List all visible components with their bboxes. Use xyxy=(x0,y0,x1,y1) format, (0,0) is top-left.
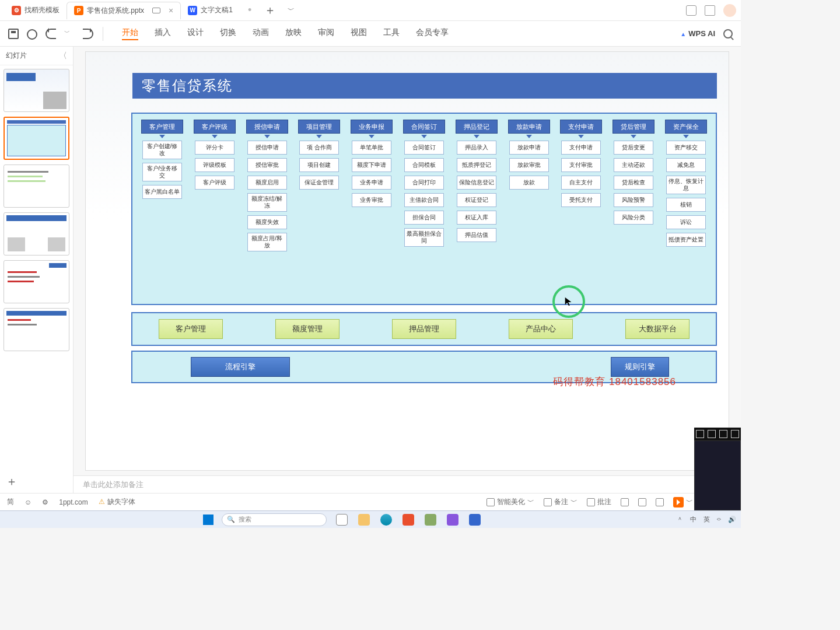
cell: 支付审批 xyxy=(561,158,601,172)
slide-panel: 幻灯片 〈 ＋ xyxy=(0,47,74,493)
avatar[interactable] xyxy=(723,4,736,17)
column-header: 支付申请 xyxy=(560,120,602,134)
cell: 单笔单批 xyxy=(352,141,391,155)
arrow-icon xyxy=(264,135,270,138)
notes-button[interactable]: 备注 ﹀ xyxy=(544,497,578,507)
add-slide-button[interactable]: ＋ xyxy=(0,470,73,493)
edge-icon[interactable] xyxy=(380,514,392,526)
tab-doc[interactable]: W 文字文稿1 • xyxy=(181,2,258,19)
thumbnail[interactable] xyxy=(4,212,69,256)
wps-icon[interactable] xyxy=(402,514,414,526)
cell: 自主支付 xyxy=(561,176,601,190)
column-header: 客户管理 xyxy=(141,120,183,134)
row2: 客户管理额度管理押品管理产品中心大数据平台 xyxy=(131,312,717,346)
cell: 额度占用/释放 xyxy=(247,233,287,251)
cell: 业务申请 xyxy=(352,176,391,190)
arrow-icon xyxy=(316,135,322,138)
column-header: 业务申报 xyxy=(351,120,393,134)
sound-icon[interactable]: 🔊 xyxy=(728,516,736,523)
blue-button: 规则引擎 xyxy=(611,357,669,377)
tray-chevron-icon[interactable]: ＾ xyxy=(677,515,683,524)
explorer-icon[interactable] xyxy=(358,514,370,526)
webcam-controls[interactable] xyxy=(694,428,741,440)
thumbnail[interactable] xyxy=(4,69,69,112)
menu-transition[interactable]: 切换 xyxy=(220,27,236,40)
tab-pptx[interactable]: P 零售信贷系统.pptx × xyxy=(66,2,181,19)
cube-icon[interactable] xyxy=(705,5,715,16)
arrow-icon xyxy=(683,135,689,138)
menu-design[interactable]: 设计 xyxy=(187,27,204,40)
collapse-icon[interactable]: 〈 xyxy=(59,51,67,61)
gear-icon[interactable]: ⚙ xyxy=(42,498,48,506)
close-icon[interactable]: × xyxy=(169,6,173,15)
search-icon[interactable] xyxy=(723,29,733,38)
view-reading-icon[interactable] xyxy=(656,498,664,506)
menu-start[interactable]: 开始 xyxy=(122,27,138,40)
cell: 停息、恢复计息 xyxy=(666,176,706,194)
window-icon[interactable] xyxy=(152,8,160,13)
menu-insert[interactable]: 插入 xyxy=(155,27,171,40)
blue-button: 流程引擎 xyxy=(191,357,290,377)
print-icon[interactable] xyxy=(8,29,19,39)
missing-font-warning[interactable]: 缺失字体 xyxy=(99,497,135,507)
menu-member[interactable]: 会员专享 xyxy=(416,27,449,40)
diagram-box: 客户管理客户创建/修改客户/业务移交客户黑白名单客户评级评分卡评级模板客户评级授… xyxy=(131,113,717,305)
cell: 主动还款 xyxy=(614,158,653,172)
taskbar-search[interactable]: 🔍 搜索 xyxy=(222,513,327,526)
menu-animation[interactable]: 动画 xyxy=(253,27,269,40)
cell: 抵质押登记 xyxy=(457,158,496,172)
canvas: 零售信贷系统 客户管理客户创建/修改客户/业务移交客户黑白名单客户评级评分卡评级… xyxy=(74,47,741,493)
windows-start-icon[interactable] xyxy=(203,514,214,525)
thumbnail[interactable] xyxy=(4,260,69,303)
undo-icon[interactable] xyxy=(46,29,56,39)
thumbnail[interactable] xyxy=(4,117,69,160)
cell: 风险分类 xyxy=(614,211,653,225)
redo-icon[interactable] xyxy=(83,29,93,39)
wifi-icon[interactable]: ⌔ xyxy=(717,516,721,523)
preview-icon[interactable] xyxy=(27,29,37,40)
taskview-icon[interactable] xyxy=(336,514,348,526)
tab-template[interactable]: ⚙ 找稻壳模板 xyxy=(5,2,66,19)
cell: 合同签订 xyxy=(404,141,444,155)
new-tab-button[interactable]: ＋ xyxy=(258,2,282,18)
slide[interactable]: 零售信贷系统 客户管理客户创建/修改客户/业务移交客户黑白名单客户评级评分卡评级… xyxy=(85,51,729,471)
menu-tools[interactable]: 工具 xyxy=(383,27,400,40)
beautify-button[interactable]: 智能美化 ﹀ xyxy=(487,497,534,507)
thumbnail[interactable] xyxy=(4,308,69,351)
wps-ai-button[interactable]: WPS AI xyxy=(680,29,715,38)
status-left[interactable]: 简 xyxy=(7,497,14,507)
comments-button[interactable]: 批注 xyxy=(587,497,611,507)
cell: 客户黑白名单 xyxy=(142,185,182,199)
webcam-overlay xyxy=(694,440,741,510)
arrow-icon xyxy=(159,135,165,138)
play-button[interactable]: ﹀ xyxy=(673,497,693,508)
ime-icon[interactable]: 中 xyxy=(690,515,696,524)
view-normal-icon[interactable] xyxy=(621,498,629,506)
column: 放款申请放款申请放款审批放款 xyxy=(504,120,554,298)
app-icon[interactable] xyxy=(469,514,481,526)
slide-title-bar: 零售信贷系统 xyxy=(132,73,717,99)
column: 项目管理项 合作商项目创建保证金管理 xyxy=(294,120,344,298)
panel-icon[interactable] xyxy=(686,5,696,16)
taskbar: 🔍 搜索 ＾ 中 英 ⌔ 🔊 xyxy=(0,510,741,528)
cell: 客户评级 xyxy=(195,176,235,190)
cell: 项目创建 xyxy=(299,158,339,172)
app-icon[interactable] xyxy=(425,514,436,526)
emoji-icon[interactable]: ☺ xyxy=(24,498,32,506)
lang-icon[interactable]: 英 xyxy=(704,515,710,524)
tab-menu-button[interactable]: ﹀ xyxy=(282,5,300,15)
column-header: 资产保全 xyxy=(665,120,707,134)
template-icon: ⚙ xyxy=(12,6,21,15)
column-header: 贷后管理 xyxy=(612,120,654,134)
undo-caret-icon[interactable]: ﹀ xyxy=(64,29,75,39)
notes-area[interactable]: 单击此处添加备注 xyxy=(74,475,741,493)
menu-review[interactable]: 审阅 xyxy=(318,27,334,40)
thumbnail[interactable] xyxy=(4,164,69,208)
outline-label[interactable]: 幻灯片 xyxy=(6,51,27,61)
menu-slideshow[interactable]: 放映 xyxy=(285,27,302,40)
view-sorter-icon[interactable] xyxy=(638,498,646,506)
app-icon[interactable] xyxy=(447,514,459,526)
menu-view[interactable]: 视图 xyxy=(351,27,367,40)
arrow-icon xyxy=(212,135,218,138)
cell: 贷后变更 xyxy=(614,141,653,155)
